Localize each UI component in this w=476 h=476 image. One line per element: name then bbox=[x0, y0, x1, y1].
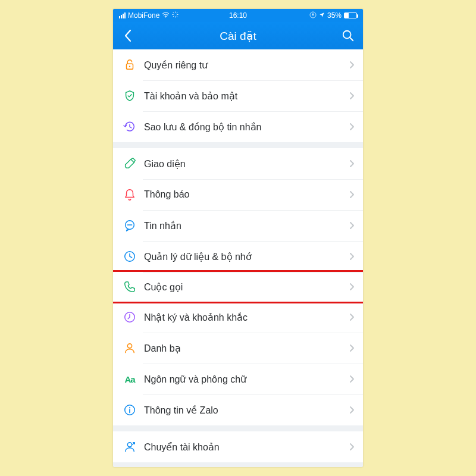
settings-row-about[interactable]: Thông tin về Zalo bbox=[113, 394, 363, 425]
settings-row-notif[interactable]: Thông báo bbox=[113, 179, 363, 210]
info-icon bbox=[121, 402, 138, 418]
settings-row-switch[interactable]: Chuyển tài khoản bbox=[113, 431, 363, 462]
chevron-right-icon bbox=[349, 406, 355, 414]
svg-point-5 bbox=[129, 66, 130, 67]
loading-icon bbox=[172, 11, 178, 20]
settings-row-account[interactable]: Tài khoản và bảo mật bbox=[113, 80, 363, 111]
battery-pct-label: 35% bbox=[327, 11, 342, 20]
phone-icon bbox=[121, 278, 138, 295]
settings-list: Quyền riêng tưTài khoản và bảo mậtSao lư… bbox=[113, 49, 363, 462]
compass-icon bbox=[309, 11, 317, 20]
svg-point-10 bbox=[127, 344, 131, 348]
settings-row-label: Cuộc gọi bbox=[144, 281, 349, 293]
switch-icon bbox=[121, 439, 138, 455]
nav-bar: Cài đặt bbox=[113, 22, 363, 49]
svg-line-3 bbox=[350, 37, 353, 41]
chevron-right-icon bbox=[349, 61, 355, 69]
settings-row-call[interactable]: Cuộc gọi bbox=[113, 270, 363, 303]
settings-row-label: Danh bạ bbox=[144, 343, 349, 354]
bell-icon bbox=[121, 186, 138, 203]
chevron-right-icon bbox=[349, 313, 355, 321]
chat-icon bbox=[121, 217, 138, 234]
settings-row-theme[interactable]: Giao diện bbox=[113, 148, 363, 179]
chevron-right-icon bbox=[349, 375, 355, 383]
settings-row-privacy[interactable]: Quyền riêng tư bbox=[113, 49, 363, 80]
settings-row-lang[interactable]: AaNgôn ngữ và phông chữ bbox=[113, 364, 363, 394]
Aa-icon: Aa bbox=[121, 371, 138, 387]
settings-row-label: Giao diện bbox=[144, 158, 349, 170]
settings-row-backup[interactable]: Sao lưu & đồng bộ tin nhắn bbox=[113, 111, 363, 142]
clock-label: 16:10 bbox=[229, 11, 247, 20]
phone-frame: MobiFone 16:10 35% Cài đặt bbox=[113, 9, 363, 467]
svg-point-12 bbox=[129, 407, 130, 408]
settings-row-label: Thông tin về Zalo bbox=[144, 405, 349, 416]
settings-row-label: Ngôn ngữ và phông chữ bbox=[144, 374, 349, 385]
chevron-right-icon bbox=[349, 190, 355, 199]
chevron-right-icon bbox=[349, 283, 355, 291]
search-button[interactable] bbox=[340, 28, 356, 43]
battery-icon bbox=[344, 12, 357, 18]
brush-icon bbox=[121, 155, 138, 172]
settings-row-label: Sao lưu & đồng bộ tin nhắn bbox=[144, 121, 349, 133]
settings-group: Quyền riêng tưTài khoản và bảo mậtSao lư… bbox=[113, 49, 363, 142]
settings-row-label: Nhật ký và khoảnh khắc bbox=[144, 312, 349, 323]
back-button[interactable] bbox=[120, 28, 136, 43]
wifi-icon bbox=[162, 12, 170, 19]
chevron-right-icon bbox=[349, 221, 355, 230]
lock-icon bbox=[121, 57, 138, 73]
time-icon bbox=[121, 309, 138, 325]
chevron-right-icon bbox=[349, 123, 355, 131]
settings-row-label: Quyền riêng tư bbox=[144, 60, 349, 71]
svg-point-0 bbox=[165, 17, 167, 18]
clock-icon bbox=[121, 248, 138, 265]
person-icon bbox=[121, 340, 138, 356]
settings-row-label: Chuyển tài khoản bbox=[144, 441, 349, 453]
settings-group: Chuyển tài khoản bbox=[113, 431, 363, 462]
settings-row-contacts[interactable]: Danh bạ bbox=[113, 333, 363, 364]
settings-row-storage[interactable]: Quản lý dữ liệu & bộ nhớ bbox=[113, 241, 363, 272]
settings-row-label: Tin nhắn bbox=[144, 220, 349, 231]
settings-row-label: Quản lý dữ liệu & bộ nhớ bbox=[144, 251, 349, 262]
chevron-right-icon bbox=[349, 344, 355, 352]
history-icon bbox=[121, 118, 138, 135]
chevron-right-icon bbox=[349, 443, 355, 451]
settings-row-message[interactable]: Tin nhắn bbox=[113, 210, 363, 241]
chevron-right-icon bbox=[349, 252, 355, 261]
status-bar: MobiFone 16:10 35% bbox=[113, 9, 363, 22]
location-arrow-icon bbox=[319, 11, 325, 20]
chevron-right-icon bbox=[349, 92, 355, 100]
svg-point-14 bbox=[127, 443, 131, 447]
carrier-label: MobiFone bbox=[128, 11, 159, 20]
page-title: Cài đặt bbox=[136, 29, 340, 43]
signal-icon bbox=[119, 12, 126, 18]
settings-row-label: Thông báo bbox=[144, 189, 349, 200]
settings-group: Giao diệnThông báoTin nhắnQuản lý dữ liệ… bbox=[113, 148, 363, 425]
chevron-right-icon bbox=[349, 159, 355, 168]
settings-row-diary[interactable]: Nhật ký và khoảnh khắc bbox=[113, 302, 363, 333]
shield-icon bbox=[121, 87, 138, 104]
settings-row-label: Tài khoản và bảo mật bbox=[144, 90, 349, 102]
